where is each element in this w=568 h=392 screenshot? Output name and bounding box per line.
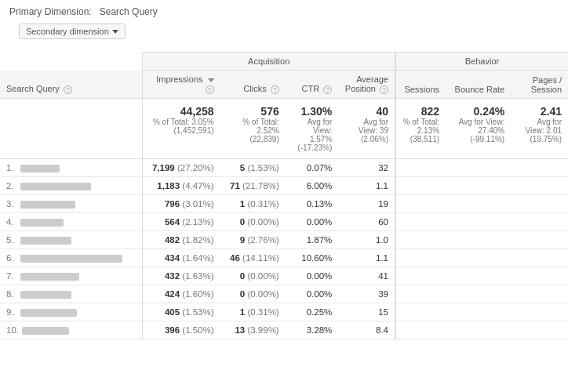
sessions-cell <box>395 303 446 321</box>
avg-position-cell: 8.4 <box>338 321 395 339</box>
help-icon-impressions[interactable]: ? <box>206 85 214 94</box>
analytics-table: Acquisition Behavior Search Query ? Impr… <box>0 52 568 339</box>
sessions-cell <box>395 321 446 339</box>
avg-position-cell: 1.1 <box>338 176 395 194</box>
blurred-query <box>20 219 64 227</box>
query-cell: 9. <box>0 303 143 321</box>
query-cell: 10. <box>0 321 143 339</box>
sessions-cell <box>395 176 446 194</box>
col-avg-position: Average Position ? <box>338 71 395 99</box>
avg-position-cell: 32 <box>338 158 395 176</box>
table-row: 5.482 (1.82%)9 (2.76%)1.87%1.0 <box>0 230 568 249</box>
table-row: 1.7,199 (27.20%)5 (1.53%)0.07%32 <box>0 158 568 176</box>
bounce-rate-cell <box>446 176 511 194</box>
ctr-cell: 1.87% <box>286 230 339 249</box>
acquisition-header: Acquisition <box>143 53 395 71</box>
totals-impressions: 44,258 % of Total: 3.05% (1,452,591) <box>143 98 220 158</box>
pages-session-cell <box>511 285 568 303</box>
clicks-cell: 13 (3.99%) <box>220 321 286 339</box>
secondary-dimension-button[interactable]: Secondary dimension <box>19 24 126 39</box>
bounce-rate-cell <box>446 285 511 303</box>
help-icon-avgposition[interactable]: ? <box>380 85 388 94</box>
col-search-query: Search Query ? <box>0 71 143 99</box>
clicks-cell: 71 (21.78%) <box>220 176 286 194</box>
row-number: 10. <box>6 325 19 335</box>
secondary-dimension-label: Secondary dimension <box>26 27 109 36</box>
blurred-query <box>22 327 69 335</box>
query-cell: 4. <box>0 212 143 230</box>
pages-session-cell <box>511 249 568 267</box>
clicks-cell: 0 (0.00%) <box>220 267 286 285</box>
bounce-rate-cell <box>446 194 511 212</box>
ctr-cell: 0.07% <box>286 158 339 176</box>
help-icon-clicks[interactable]: ? <box>271 85 279 94</box>
pages-session-cell <box>511 321 568 339</box>
avg-position-cell: 1.1 <box>338 249 395 267</box>
clicks-cell: 1 (0.31%) <box>220 194 286 212</box>
query-cell: 7. <box>0 267 143 285</box>
impressions-cell: 434 (1.64%) <box>143 249 220 267</box>
ctr-cell: 3.28% <box>286 321 339 339</box>
pages-session-cell <box>511 212 568 230</box>
sort-icon-impressions <box>208 78 214 82</box>
col-pages-session: Pages / Session <box>511 71 568 99</box>
sessions-cell <box>395 212 446 230</box>
totals-bounce-rate: 0.24% Avg for View: 27.40% (-99.11%) <box>446 98 511 158</box>
query-cell: 6. <box>0 249 143 267</box>
avg-position-cell: 19 <box>338 194 395 212</box>
impressions-cell: 405 (1.53%) <box>143 303 220 321</box>
ctr-cell: 0.13% <box>286 194 339 212</box>
sessions-cell <box>395 267 446 285</box>
totals-clicks: 576 % of Total: 2.52% (22,839) <box>220 98 286 158</box>
col-sessions: Sessions <box>395 71 446 99</box>
impressions-cell: 7,199 (27.20%) <box>143 158 220 176</box>
bounce-rate-cell <box>446 212 511 230</box>
table-row: 9.405 (1.53%)1 (0.31%)0.25%15 <box>0 303 568 321</box>
sessions-cell <box>395 249 446 267</box>
impressions-cell: 424 (1.60%) <box>143 285 220 303</box>
totals-row: 44,258 % of Total: 3.05% (1,452,591) 576… <box>0 98 568 158</box>
ctr-cell: 0.00% <box>286 285 339 303</box>
row-number: 2. <box>6 181 17 191</box>
impressions-cell: 564 (2.13%) <box>143 212 220 230</box>
impressions-cell: 796 (3.01%) <box>143 194 220 212</box>
primary-dimension-label: Primary Dimension: <box>9 6 92 17</box>
table-row: 6.434 (1.64%)46 (14.11%)10.60%1.1 <box>0 249 568 267</box>
totals-pages-session: 2.41 Avg for View: 2.01 (19.75%) <box>511 98 568 158</box>
avg-position-cell: 15 <box>338 303 395 321</box>
row-number: 7. <box>6 271 17 281</box>
clicks-cell: 1 (0.31%) <box>220 303 286 321</box>
chevron-down-icon <box>112 30 118 34</box>
impressions-cell: 1,183 (4.47%) <box>143 176 220 194</box>
query-cell: 3. <box>0 194 143 212</box>
help-icon-searchquery[interactable]: ? <box>64 85 72 94</box>
pages-session-cell <box>511 230 568 249</box>
col-impressions: Impressions ? <box>143 71 220 99</box>
col-bounce-rate: Bounce Rate <box>446 71 511 99</box>
table-row: 3.796 (3.01%)1 (0.31%)0.13%19 <box>0 194 568 212</box>
impressions-cell: 396 (1.50%) <box>143 321 220 339</box>
ctr-cell: 0.25% <box>286 303 339 321</box>
clicks-cell: 46 (14.11%) <box>220 249 286 267</box>
blurred-query <box>20 255 122 263</box>
ctr-cell: 0.00% <box>286 212 339 230</box>
sessions-cell <box>395 158 446 176</box>
bounce-rate-cell <box>446 321 511 339</box>
blurred-query <box>20 183 91 191</box>
sessions-cell <box>395 285 446 303</box>
table-row: 7.432 (1.63%)0 (0.00%)0.00%41 <box>0 267 568 285</box>
clicks-cell: 9 (2.76%) <box>220 230 286 249</box>
blurred-query <box>20 273 79 281</box>
sessions-cell <box>395 194 446 212</box>
top-bar: Primary Dimension: Search Query <box>0 0 568 20</box>
impressions-cell: 482 (1.82%) <box>143 230 220 249</box>
totals-label <box>0 98 143 158</box>
bounce-rate-cell <box>446 303 511 321</box>
query-cell: 1. <box>0 158 143 176</box>
pages-session-cell <box>511 194 568 212</box>
pages-session-cell <box>511 267 568 285</box>
col-ctr: CTR ? <box>286 71 339 99</box>
table-row: 8.424 (1.60%)0 (0.00%)0.00%39 <box>0 285 568 303</box>
group-header-row: Acquisition Behavior <box>0 53 568 71</box>
help-icon-ctr[interactable]: ? <box>323 85 332 94</box>
